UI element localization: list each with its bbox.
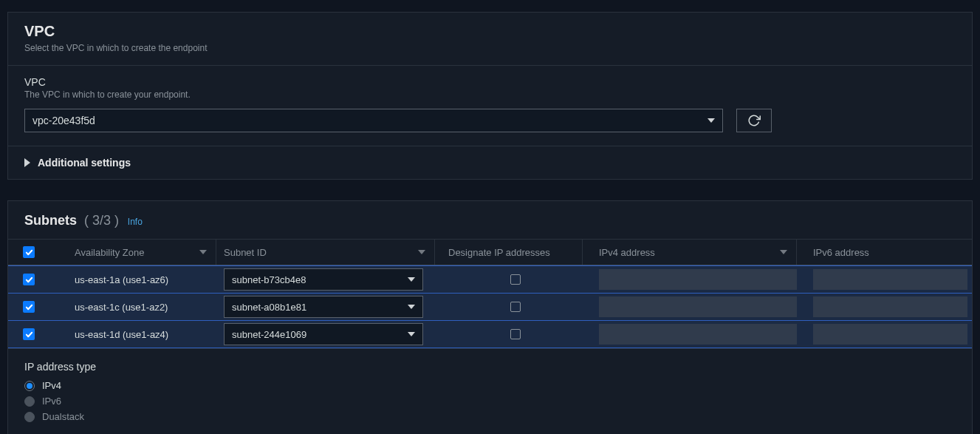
ip-type-label: Dualstack: [42, 411, 84, 422]
subnets-title: Subnets: [24, 213, 77, 228]
az-cell: us-east-1c (use1-az2): [61, 302, 216, 313]
table-row: us-east-1d (use1-az4) subnet-244e1069: [8, 320, 972, 348]
designate-ip-checkbox[interactable]: [510, 302, 521, 312]
refresh-icon: [747, 114, 761, 127]
table-row: us-east-1c (use1-az2) subnet-a08b1e81: [8, 293, 972, 321]
caret-right-icon: [24, 158, 30, 167]
designate-ip-checkbox[interactable]: [510, 329, 521, 339]
radio-selected-icon: [24, 381, 35, 391]
select-all-checkbox[interactable]: [23, 246, 35, 258]
ip-type-label: IPv4: [42, 380, 61, 391]
ip-type-title: IP address type: [24, 361, 956, 373]
subnet-select[interactable]: subnet-b73cb4e8: [224, 268, 423, 291]
ipv4-input[interactable]: [599, 324, 797, 345]
radio-icon: [24, 412, 35, 422]
additional-settings-label: Additional settings: [38, 157, 131, 169]
subnets-count: ( 3/3 ): [84, 213, 119, 228]
ipv6-input[interactable]: [813, 296, 967, 317]
sort-icon: [780, 250, 787, 254]
column-ipv6: IPv6 address: [797, 240, 972, 265]
subnet-select-value: subnet-244e1069: [232, 329, 306, 340]
subnet-select[interactable]: subnet-244e1069: [224, 323, 423, 345]
column-designate-ip: Designate IP addresses: [435, 240, 583, 265]
ip-type-section: IP address type IPv4IPv6Dualstack: [8, 348, 972, 434]
additional-settings-toggle[interactable]: Additional settings: [8, 146, 972, 179]
caret-down-icon: [408, 305, 415, 309]
caret-down-icon: [408, 277, 415, 282]
column-ipv4[interactable]: IPv4 address: [583, 240, 797, 265]
az-cell: us-east-1d (use1-az4): [61, 329, 216, 340]
row-checkbox[interactable]: [23, 301, 35, 313]
refresh-button[interactable]: [736, 109, 772, 132]
vpc-panel-header: VPC Select the VPC in which to create th…: [8, 13, 972, 66]
ipv6-input[interactable]: [813, 324, 967, 345]
caret-down-icon: [707, 118, 715, 123]
sort-icon: [199, 250, 207, 254]
column-subnet-id[interactable]: Subnet ID: [216, 240, 435, 265]
vpc-select-value: vpc-20e43f5d: [32, 115, 95, 126]
vpc-panel: VPC Select the VPC in which to create th…: [7, 12, 973, 180]
vpc-title: VPC: [24, 23, 956, 40]
vpc-select[interactable]: vpc-20e43f5d: [24, 109, 723, 132]
sort-icon: [418, 250, 425, 254]
ipv4-input[interactable]: [599, 296, 797, 317]
ipv6-input[interactable]: [813, 269, 967, 290]
subnets-header: Subnets ( 3/3 ) Info: [8, 201, 972, 239]
az-cell: us-east-1a (use1-az6): [61, 274, 216, 285]
ip-type-option[interactable]: IPv4: [24, 380, 956, 391]
table-row: us-east-1a (use1-az6) subnet-b73cb4e8: [8, 265, 972, 294]
designate-ip-checkbox[interactable]: [510, 274, 521, 285]
ip-type-option: IPv6: [24, 396, 956, 407]
subnets-info-link[interactable]: Info: [128, 217, 143, 227]
vpc-field-label: VPC: [24, 76, 956, 88]
vpc-field-desc: The VPC in which to create your endpoint…: [24, 89, 956, 100]
radio-icon: [24, 396, 35, 407]
subnets-table-body: us-east-1a (use1-az6) subnet-b73cb4e8 us…: [8, 265, 972, 348]
ip-type-option: Dualstack: [24, 411, 956, 422]
subnets-panel: Subnets ( 3/3 ) Info Availability Zone S…: [7, 200, 973, 434]
ipv4-input[interactable]: [599, 269, 797, 290]
vpc-subtitle: Select the VPC in which to create the en…: [24, 43, 956, 53]
subnet-select-value: subnet-a08b1e81: [232, 302, 306, 313]
caret-down-icon: [408, 332, 415, 336]
ip-type-label: IPv6: [42, 396, 61, 407]
subnet-select[interactable]: subnet-a08b1e81: [224, 296, 423, 318]
ip-type-options: IPv4IPv6Dualstack: [24, 380, 956, 422]
subnet-select-value: subnet-b73cb4e8: [232, 274, 306, 285]
row-checkbox[interactable]: [23, 274, 35, 285]
row-checkbox[interactable]: [23, 328, 35, 340]
column-availability-zone[interactable]: Availability Zone: [61, 240, 216, 265]
vpc-select-section: VPC The VPC in which to create your endp…: [8, 66, 972, 146]
subnets-table-header: Availability Zone Subnet ID Designate IP…: [8, 239, 972, 265]
